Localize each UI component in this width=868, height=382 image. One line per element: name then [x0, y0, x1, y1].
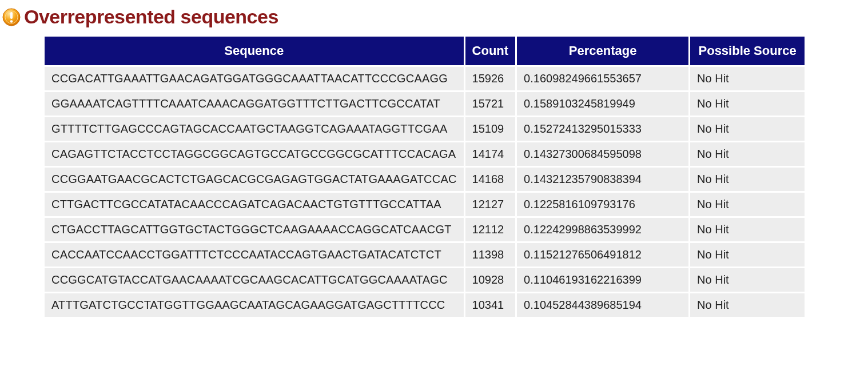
cell-count: 15109: [465, 117, 516, 141]
sequences-table: Sequence Count Percentage Possible Sourc…: [43, 35, 806, 319]
cell-source: No Hit: [690, 67, 805, 90]
cell-count: 15721: [465, 92, 516, 116]
cell-count: 12112: [465, 218, 516, 241]
cell-source: No Hit: [690, 293, 805, 317]
cell-count: 10341: [465, 293, 516, 317]
cell-sequence: CTGACCTTAGCATTGGTGCTACTGGGCTCAAGAAAACCAG…: [45, 218, 464, 241]
cell-percentage: 0.11046193162216399: [517, 268, 688, 292]
header-sequence: Sequence: [45, 37, 464, 65]
table-row: CAGAGTTCTACCTCCTAGGCGGCAGTGCCATGCCGGCGCA…: [45, 142, 805, 166]
cell-count: 15926: [465, 67, 516, 90]
table-row: CTTGACTTCGCCATATACAACCCAGATCAGACAACTGTGT…: [45, 193, 805, 216]
table-row: CACCAATCCAACCTGGATTTCTCCCAATACCAGTGAACTG…: [45, 243, 805, 266]
cell-sequence: CACCAATCCAACCTGGATTTCTCCCAATACCAGTGAACTG…: [45, 243, 464, 266]
cell-sequence: GTTTTCTTGAGCCCAGTAGCACCAATGCTAAGGTCAGAAA…: [45, 117, 464, 141]
header-percentage: Percentage: [517, 37, 688, 65]
cell-percentage: 0.10452844389685194: [517, 293, 688, 317]
table-row: CTGACCTTAGCATTGGTGCTACTGGGCTCAAGAAAACCAG…: [45, 218, 805, 241]
svg-rect-2: [10, 12, 13, 19]
cell-sequence: ATTTGATCTGCCTATGGTTGGAAGCAATAGCAGAAGGATG…: [45, 293, 464, 317]
section-header: Overrepresented sequences: [0, 6, 868, 28]
table-header-row: Sequence Count Percentage Possible Sourc…: [45, 37, 805, 65]
cell-percentage: 0.12242998863539992: [517, 218, 688, 241]
header-count: Count: [465, 37, 516, 65]
cell-sequence: GGAAAATCAGTTTTCAAATCAAACAGGATGGTTTCTTGAC…: [45, 92, 464, 116]
cell-sequence: CCGGCATGTACCATGAACAAAATCGCAAGCACATTGCATG…: [45, 268, 464, 292]
cell-percentage: 0.14327300684595098: [517, 142, 688, 166]
sequences-table-wrapper: Sequence Count Percentage Possible Sourc…: [0, 35, 868, 319]
cell-sequence: CCGGAATGAACGCACTCTGAGCACGCGAGAGTGGACTATG…: [45, 168, 464, 191]
cell-percentage: 0.14321235790838394: [517, 168, 688, 191]
cell-count: 11398: [465, 243, 516, 266]
cell-source: No Hit: [690, 193, 805, 216]
cell-percentage: 0.16098249661553657: [517, 67, 688, 90]
cell-sequence: CCGACATTGAAATTGAACAGATGGATGGGCAAATTAACAT…: [45, 67, 464, 90]
cell-count: 10928: [465, 268, 516, 292]
cell-sequence: CTTGACTTCGCCATATACAACCCAGATCAGACAACTGTGT…: [45, 193, 464, 216]
svg-point-3: [10, 20, 13, 23]
table-row: CCGACATTGAAATTGAACAGATGGATGGGCAAATTAACAT…: [45, 67, 805, 90]
cell-percentage: 0.15272413295015333: [517, 117, 688, 141]
warning-icon: [2, 8, 21, 26]
section-title: Overrepresented sequences: [24, 6, 278, 28]
table-row: CCGGCATGTACCATGAACAAAATCGCAAGCACATTGCATG…: [45, 268, 805, 292]
table-row: CCGGAATGAACGCACTCTGAGCACGCGAGAGTGGACTATG…: [45, 168, 805, 191]
header-source: Possible Source: [690, 37, 805, 65]
cell-count: 14168: [465, 168, 516, 191]
cell-percentage: 0.11521276506491812: [517, 243, 688, 266]
cell-source: No Hit: [690, 168, 805, 191]
cell-sequence: CAGAGTTCTACCTCCTAGGCGGCAGTGCCATGCCGGCGCA…: [45, 142, 464, 166]
table-row: ATTTGATCTGCCTATGGTTGGAAGCAATAGCAGAAGGATG…: [45, 293, 805, 317]
cell-source: No Hit: [690, 218, 805, 241]
cell-source: No Hit: [690, 243, 805, 266]
cell-percentage: 0.1589103245819949: [517, 92, 688, 116]
cell-count: 14174: [465, 142, 516, 166]
cell-count: 12127: [465, 193, 516, 216]
table-row: GGAAAATCAGTTTTCAAATCAAACAGGATGGTTTCTTGAC…: [45, 92, 805, 116]
cell-source: No Hit: [690, 92, 805, 116]
cell-percentage: 0.1225816109793176: [517, 193, 688, 216]
cell-source: No Hit: [690, 117, 805, 141]
cell-source: No Hit: [690, 268, 805, 292]
cell-source: No Hit: [690, 142, 805, 166]
table-row: GTTTTCTTGAGCCCAGTAGCACCAATGCTAAGGTCAGAAA…: [45, 117, 805, 141]
